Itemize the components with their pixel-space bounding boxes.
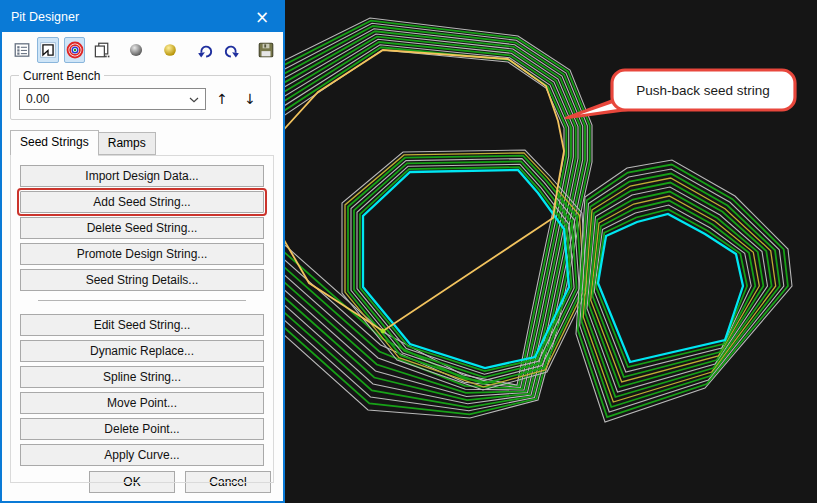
save-icon [257, 41, 275, 59]
window-title: Pit Designer [2, 10, 241, 24]
seed-strings-page: Import Design Data...Add Seed String...D… [10, 155, 274, 483]
current-bench-label: Current Bench [19, 69, 104, 83]
tab-ramps[interactable]: Ramps [99, 132, 156, 155]
target-icon [66, 41, 84, 59]
title-bar[interactable]: Pit Designer × [2, 2, 283, 32]
seed-string-point-marker[interactable] [381, 329, 386, 334]
copy-layers-icon [92, 41, 110, 59]
redo-button[interactable] [221, 37, 242, 63]
chevron-down-icon [189, 92, 199, 106]
east-pit-shell-ring [589, 192, 764, 388]
design-viewport[interactable]: Push-back seed string [285, 0, 817, 503]
pit-action-button[interactable]: Seed String Details... [20, 269, 264, 291]
pit-action-button[interactable]: Move Point... [20, 392, 264, 414]
bench-combobox[interactable]: 0.00 [19, 88, 206, 110]
gray-sphere-icon [127, 41, 145, 59]
form-list-icon [13, 41, 31, 59]
pit-action-button[interactable]: Delete Point... [20, 418, 264, 440]
gray-sphere-button[interactable] [125, 37, 146, 63]
yellow-sphere-icon [161, 41, 179, 59]
tab-strip: Seed Strings Ramps [10, 130, 283, 155]
pit-action-button[interactable]: Dynamic Replace... [20, 340, 264, 362]
bench-down-button[interactable]: ↓ [238, 88, 262, 110]
redo-icon [223, 41, 241, 59]
undo-icon [196, 41, 214, 59]
pit-action-button[interactable]: Add Seed String... [20, 191, 264, 213]
callout-label: Push-back seed string [636, 83, 770, 98]
current-bench-group: Current Bench 0.00 ↑ ↓ [10, 75, 271, 120]
pit-action-button[interactable]: Apply Curve... [20, 444, 264, 466]
bench-value: 0.00 [26, 92, 189, 106]
close-button[interactable]: × [241, 2, 283, 32]
screen: Pit Designer × [0, 0, 817, 503]
callout: Push-back seed string [566, 70, 795, 118]
pit-action-button[interactable]: Edit Seed String... [20, 314, 264, 336]
pushback-pit-shell-ring [285, 34, 578, 397]
target-button[interactable] [64, 37, 85, 63]
pit-action-button[interactable]: Import Design Data... [20, 165, 264, 187]
group-separator [38, 300, 246, 301]
seed-string-actions-group-1: Import Design Data...Add Seed String...D… [20, 165, 264, 291]
toolbar [2, 32, 283, 67]
form-list-button[interactable] [11, 37, 32, 63]
pit-action-button[interactable]: Spline String... [20, 366, 264, 388]
pit-outline-button[interactable] [37, 37, 58, 63]
undo-button[interactable] [194, 37, 215, 63]
pit-outline-icon [39, 41, 57, 59]
pit-action-button[interactable]: Delete Seed String... [20, 217, 264, 239]
bench-up-button[interactable]: ↑ [210, 88, 234, 110]
east-pit-shell-ring [582, 174, 780, 408]
pit-designer-dialog: Pit Designer × [0, 0, 285, 503]
pushback-pit-shell-ring [285, 37, 576, 393]
pit-action-button[interactable]: Promote Design String... [20, 243, 264, 265]
save-button[interactable] [256, 37, 277, 63]
pit-shells-canvas[interactable]: Push-back seed string [285, 0, 817, 503]
yellow-sphere-button[interactable] [160, 37, 181, 63]
seed-string-actions-group-2: Edit Seed String...Dynamic Replace...Spl… [20, 314, 264, 466]
copy-layers-button[interactable] [90, 37, 111, 63]
tab-seed-strings[interactable]: Seed Strings [10, 130, 99, 156]
